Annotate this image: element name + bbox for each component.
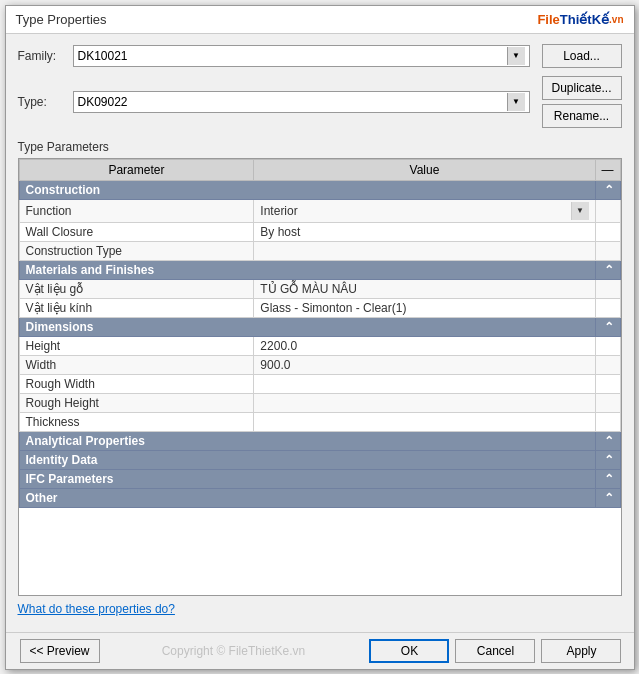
param-value: TỦ GỖ MÀU NÂU — [254, 279, 595, 298]
footer: << Preview Copyright © FileThietKe.vn OK… — [6, 632, 634, 669]
category-arrow[interactable]: ⌃ — [595, 469, 620, 488]
logo: File Thiết Kế .vn — [537, 12, 623, 27]
param-value: By host — [254, 222, 595, 241]
row-action-cell — [595, 279, 620, 298]
category-arrow[interactable]: ⌃ — [595, 180, 620, 199]
load-button[interactable]: Load... — [542, 44, 622, 68]
category-row[interactable]: Materials and Finishes ⌃ — [19, 260, 620, 279]
param-name: Rough Width — [19, 374, 254, 393]
type-properties-dialog: Type Properties File Thiết Kế .vn Family… — [5, 5, 635, 670]
row-action-cell — [595, 241, 620, 260]
category-row[interactable]: Analytical Properties ⌃ — [19, 431, 620, 450]
row-action-cell — [595, 199, 620, 222]
category-row[interactable]: Dimensions ⌃ — [19, 317, 620, 336]
type-row: Type: DK09022 ▼ Duplicate... Rename... — [18, 76, 622, 128]
param-name: Height — [19, 336, 254, 355]
value-dropdown-arrow[interactable]: ▼ — [571, 202, 589, 220]
param-name: Vật liệu gỗ — [19, 279, 254, 298]
value-dropdown-container[interactable]: Interior▼ — [260, 202, 588, 220]
param-name: Wall Closure — [19, 222, 254, 241]
parameters-table-container[interactable]: Parameter Value — Construction ⌃ Functio… — [18, 158, 622, 596]
family-label: Family: — [18, 49, 73, 63]
param-value: 900.0 — [254, 355, 595, 374]
category-arrow[interactable]: ⌃ — [595, 450, 620, 469]
table-row: Thickness — [19, 412, 620, 431]
row-action-cell — [595, 298, 620, 317]
footer-left: << Preview — [18, 639, 100, 663]
table-row: Width900.0 — [19, 355, 620, 374]
category-name: Dimensions — [19, 317, 595, 336]
section-label: Type Parameters — [18, 140, 622, 154]
table-row: Wall ClosureBy host — [19, 222, 620, 241]
table-row: Construction Type — [19, 241, 620, 260]
parameters-table: Parameter Value — Construction ⌃ Functio… — [19, 159, 621, 508]
param-value — [254, 374, 595, 393]
row-action-cell — [595, 355, 620, 374]
logo-thiet: Thiết — [560, 12, 592, 27]
duplicate-button[interactable]: Duplicate... — [542, 76, 622, 100]
type-dropdown-arrow[interactable]: ▼ — [507, 93, 525, 111]
family-row: Family: DK10021 ▼ Load... — [18, 44, 622, 68]
category-name: Materials and Finishes — [19, 260, 595, 279]
ok-button[interactable]: OK — [369, 639, 449, 663]
dialog-title: Type Properties — [16, 12, 107, 27]
category-name: IFC Parameters — [19, 469, 595, 488]
row-action-cell — [595, 222, 620, 241]
family-combo[interactable]: DK10021 ▼ — [73, 45, 530, 67]
family-value: DK10021 — [78, 49, 507, 63]
cancel-button[interactable]: Cancel — [455, 639, 535, 663]
logo-file: File — [537, 12, 559, 27]
param-name: Thickness — [19, 412, 254, 431]
param-value[interactable]: Interior▼ — [254, 199, 595, 222]
type-combo[interactable]: DK09022 ▼ — [73, 91, 530, 113]
dialog-body: Family: DK10021 ▼ Load... Type: DK09022 … — [6, 34, 634, 632]
preview-button[interactable]: << Preview — [20, 639, 100, 663]
type-value: DK09022 — [78, 95, 507, 109]
category-arrow[interactable]: ⌃ — [595, 317, 620, 336]
table-row: Rough Width — [19, 374, 620, 393]
category-row[interactable]: Identity Data ⌃ — [19, 450, 620, 469]
param-name: Construction Type — [19, 241, 254, 260]
category-arrow[interactable]: ⌃ — [595, 488, 620, 507]
category-arrow[interactable]: ⌃ — [595, 260, 620, 279]
category-name: Analytical Properties — [19, 431, 595, 450]
table-row: FunctionInterior▼ — [19, 199, 620, 222]
param-name: Vật liệu kính — [19, 298, 254, 317]
apply-button[interactable]: Apply — [541, 639, 621, 663]
type-label: Type: — [18, 95, 73, 109]
param-value: Glass - Simonton - Clear(1) — [254, 298, 595, 317]
logo-vn: .vn — [609, 14, 623, 25]
category-row[interactable]: IFC Parameters ⌃ — [19, 469, 620, 488]
table-row: Rough Height — [19, 393, 620, 412]
param-value — [254, 393, 595, 412]
family-dropdown-arrow[interactable]: ▼ — [507, 47, 525, 65]
param-name: Rough Height — [19, 393, 254, 412]
category-name: Construction — [19, 180, 595, 199]
category-name: Identity Data — [19, 450, 595, 469]
param-value — [254, 412, 595, 431]
table-row: Vật liệu kínhGlass - Simonton - Clear(1) — [19, 298, 620, 317]
category-row[interactable]: Construction ⌃ — [19, 180, 620, 199]
logo-ke: Kế — [592, 12, 609, 27]
watermark-text: Copyright © FileThietKe.vn — [162, 644, 306, 658]
param-value: 2200.0 — [254, 336, 595, 355]
title-bar: Type Properties File Thiết Kế .vn — [6, 6, 634, 34]
col-parameter: Parameter — [19, 159, 254, 180]
table-row: Vật liệu gỗTỦ GỖ MÀU NÂU — [19, 279, 620, 298]
help-link[interactable]: What do these properties do? — [18, 602, 175, 616]
row-action-cell — [595, 374, 620, 393]
param-name: Width — [19, 355, 254, 374]
row-action-cell — [595, 393, 620, 412]
param-name: Function — [19, 199, 254, 222]
dropdown-value: Interior — [260, 204, 297, 218]
rename-button[interactable]: Rename... — [542, 104, 622, 128]
category-arrow[interactable]: ⌃ — [595, 431, 620, 450]
right-buttons-family: Load... — [540, 44, 622, 68]
col-value: Value — [254, 159, 595, 180]
category-row[interactable]: Other ⌃ — [19, 488, 620, 507]
help-link-container: What do these properties do? — [18, 602, 622, 616]
param-value — [254, 241, 595, 260]
category-name: Other — [19, 488, 595, 507]
row-action-cell — [595, 412, 620, 431]
footer-right: OK Cancel Apply — [367, 639, 621, 663]
